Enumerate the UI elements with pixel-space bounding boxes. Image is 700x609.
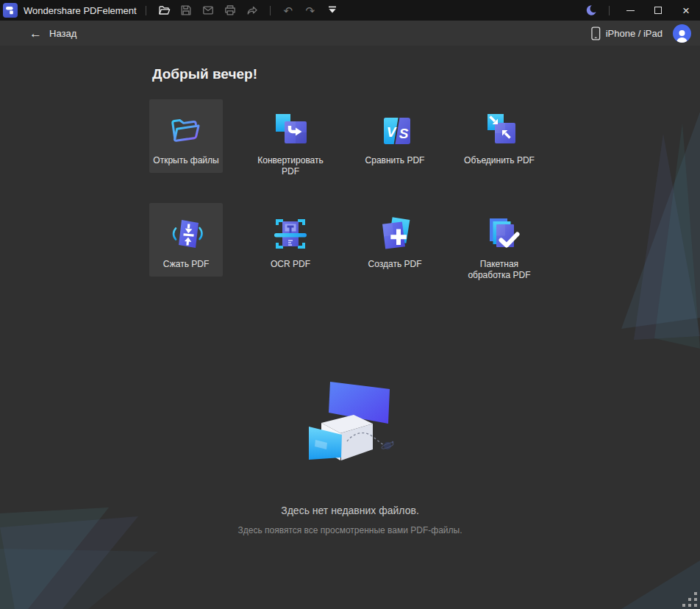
close-button[interactable]: × [672, 0, 700, 21]
dark-mode-moon-icon[interactable] [580, 1, 602, 20]
collapse-toolbar-icon[interactable] [321, 1, 343, 20]
maximize-button[interactable] [644, 0, 672, 21]
email-icon[interactable] [197, 1, 219, 20]
share-icon[interactable] [241, 1, 263, 20]
tile-label: Объединить PDF [464, 155, 535, 166]
nav-bar: ← Назад iPhone / iPad [0, 21, 700, 46]
back-label: Назад [49, 28, 76, 39]
device-connect-button[interactable]: iPhone / iPad [591, 26, 662, 40]
resize-grip[interactable] [682, 592, 697, 607]
open-folder-icon [165, 110, 207, 151]
compare-letter-v: V [387, 124, 397, 140]
compress-pdf-icon [165, 213, 207, 254]
greeting-heading: Добрый вечер! [152, 66, 257, 82]
tile-compress-pdf[interactable]: Сжать PDF [149, 203, 223, 277]
empty-state-subtitle: Здесь появятся все просмотренные вами PD… [0, 525, 700, 535]
undo-icon[interactable]: ↶ [277, 1, 299, 20]
phone-icon [591, 26, 601, 40]
tile-label: OCR PDF [271, 259, 310, 270]
app-title: Wondershare PDFelement [24, 5, 137, 16]
open-file-icon[interactable] [153, 1, 175, 20]
toolbar-separator [270, 6, 271, 15]
device-label: iPhone / iPad [606, 28, 662, 39]
compare-letter-s: S [399, 126, 409, 141]
tile-ocr-pdf[interactable]: OCR PDF [254, 203, 327, 277]
toolbar-separator [146, 6, 146, 15]
save-icon[interactable] [175, 1, 197, 20]
back-arrow-icon: ← [29, 27, 42, 40]
person-icon [673, 26, 691, 43]
title-bar: Wondershare PDFelement [0, 0, 700, 21]
tile-label: Сравнить PDF [365, 155, 425, 166]
toolbar-separator [609, 6, 610, 15]
tile-create-pdf[interactable]: Создать PDF [358, 203, 432, 277]
tile-label: Пакетная обработка PDF [463, 259, 536, 281]
tile-convert-pdf[interactable]: Конвертировать PDF [254, 99, 327, 173]
create-pdf-icon [374, 213, 415, 254]
minimize-button[interactable] [616, 0, 644, 21]
back-button[interactable]: ← Назад [29, 27, 76, 40]
account-avatar[interactable] [673, 24, 691, 43]
tile-label: Создать PDF [368, 259, 422, 270]
ocr-pdf-icon [270, 213, 311, 254]
convert-pdf-icon [270, 110, 311, 151]
redo-icon[interactable]: ↷ [299, 1, 321, 20]
tile-batch-process-pdf[interactable]: Пакетная обработка PDF [463, 203, 536, 277]
empty-box-illustration [289, 370, 418, 477]
empty-state-title: Здесь нет недавних файлов. [0, 505, 700, 516]
tile-open-files[interactable]: Открыть файлы [149, 99, 223, 173]
tile-label: Открыть файлы [153, 155, 218, 166]
tile-merge-pdf[interactable]: Объединить PDF [463, 99, 536, 173]
tile-label: Сжать PDF [163, 259, 209, 270]
tile-label: Конвертировать PDF [254, 155, 327, 177]
batch-process-pdf-icon [479, 213, 520, 254]
merge-pdf-icon [479, 110, 520, 151]
tile-compare-pdf[interactable]: V S Сравнить PDF [358, 99, 432, 173]
app-logo-icon [3, 3, 18, 18]
print-icon[interactable] [219, 1, 241, 20]
compare-pdf-icon: V S [374, 110, 415, 151]
pdfelement-window: Wondershare PDFelement [0, 0, 700, 609]
